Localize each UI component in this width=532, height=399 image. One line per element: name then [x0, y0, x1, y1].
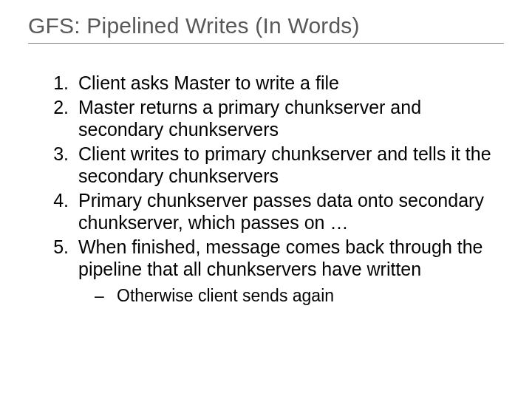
- title-divider: [28, 43, 504, 44]
- list-item: Master returns a primary chunkserver and…: [74, 96, 504, 141]
- sub-list: Otherwise client sends again: [78, 285, 504, 306]
- list-item-text: When finished, message comes back throug…: [78, 236, 483, 280]
- slide: GFS: Pipelined Writes (In Words) Client …: [0, 0, 532, 399]
- numbered-list: Client asks Master to write a file Maste…: [28, 72, 504, 306]
- list-item: Client asks Master to write a file: [74, 72, 504, 95]
- slide-title: GFS: Pipelined Writes (In Words): [28, 13, 504, 38]
- list-item: Primary chunkserver passes data onto sec…: [74, 189, 504, 234]
- sub-list-item: Otherwise client sends again: [99, 285, 504, 306]
- list-item: When finished, message comes back throug…: [74, 236, 504, 306]
- sub-list-item-text: Otherwise client sends again: [117, 286, 334, 305]
- list-item: Client writes to primary chunkserver and…: [74, 143, 504, 188]
